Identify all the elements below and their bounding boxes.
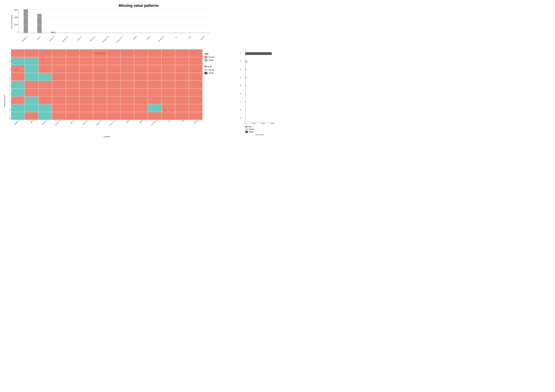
complete-cases-label: Complete Cases	[94, 52, 106, 54]
heatmap-cell	[25, 49, 38, 57]
top-bar-slot	[33, 9, 46, 33]
heatmap-y-label: 7	[9, 101, 10, 103]
heatmap-cell	[148, 49, 161, 57]
heatmap-cell	[25, 96, 38, 104]
heatmap-cell	[175, 49, 189, 57]
right-y-label: 4	[240, 77, 241, 79]
heatmap-y-label: 5	[9, 85, 10, 87]
right-bar-row	[245, 84, 274, 88]
heatmap-cell	[161, 57, 175, 65]
heatmap-cell	[120, 96, 134, 104]
heatmap-cell	[93, 112, 107, 120]
heatmap-cell	[11, 96, 25, 104]
heatmap-y-label: 2	[9, 60, 10, 62]
heatmap-cell	[120, 89, 134, 96]
heatmap-cell	[161, 65, 175, 73]
heatmap-cell	[134, 112, 148, 120]
heatmap-cell	[80, 49, 93, 57]
right-bar-row	[245, 60, 274, 63]
top-bar-slot	[169, 9, 182, 33]
right-bar-row	[245, 92, 274, 96]
heatmap-cell	[38, 57, 52, 65]
right-y-label: 7	[240, 101, 241, 103]
heatmap-cell	[189, 57, 203, 65]
heatmap-cell	[66, 57, 80, 65]
right-y-label: 8	[240, 109, 241, 111]
heatmap-cell	[80, 81, 93, 89]
right-y-label: 6	[240, 93, 241, 95]
heatmap-cell	[38, 112, 52, 120]
heatmap-cell	[134, 49, 148, 57]
top-bar-slot	[101, 9, 114, 33]
heatmap-cell	[52, 49, 66, 57]
heatmap-cell	[11, 57, 25, 65]
heatmap-cell	[25, 112, 38, 120]
heatmap-cell	[189, 65, 203, 73]
heatmap-cell	[189, 112, 203, 120]
top-y-tick-2000: 2000	[14, 16, 18, 18]
heatmap-cell	[11, 73, 25, 81]
right-x-tick: 4000	[261, 123, 265, 124]
heatmap-cell	[148, 89, 161, 96]
heatmap-y-label: 9	[9, 117, 10, 119]
heatmap-cell	[107, 57, 120, 65]
right-x-tick: 2000	[252, 123, 256, 124]
heatmap-cell	[80, 89, 93, 96]
top-bar	[187, 33, 191, 33]
heatmap-cell	[134, 81, 148, 89]
heatmap-cell	[107, 49, 120, 57]
heatmap-cell	[120, 57, 134, 65]
heatmap-cell	[52, 112, 66, 120]
heatmap-cell	[93, 65, 107, 73]
heatmap-cell	[161, 73, 175, 81]
heatmap-cell	[189, 81, 203, 89]
top-x-label-slot: Speaker.Job.Title	[19, 37, 32, 49]
right-x-title: row count	[245, 133, 274, 136]
heatmap-cell	[175, 96, 189, 104]
top-bar-slot	[141, 9, 155, 33]
heatmap-cell	[107, 96, 120, 104]
heatmap-cell	[80, 57, 93, 65]
heatmap-cell	[134, 73, 148, 81]
heatmap-cell	[93, 89, 107, 96]
heatmap-cell	[148, 104, 161, 112]
heatmap-y-label: 4	[9, 77, 10, 79]
top-bar-slot	[74, 9, 87, 33]
heatmap-cell	[175, 81, 189, 89]
top-bar-slot	[196, 9, 209, 33]
top-y-tick-0: 0	[17, 31, 18, 33]
heatmap-cell	[134, 57, 148, 65]
heatmap-cell	[11, 81, 25, 89]
heatmap-cell	[11, 89, 25, 96]
heatmap-cell	[52, 89, 66, 96]
right-x-tick: 0	[245, 123, 246, 124]
heatmap-cell	[120, 104, 134, 112]
heatmap-cell	[52, 96, 66, 104]
top-bar	[51, 32, 55, 33]
heatmap-y-title: missing pattern	[3, 49, 6, 138]
top-bar	[119, 33, 123, 33]
heatmap-cell	[148, 81, 161, 89]
heatmap-cell	[134, 89, 148, 96]
heatmap-cell	[148, 73, 161, 81]
heatmap-cell	[25, 81, 38, 89]
heatmap-cell	[175, 57, 189, 65]
heatmap-cell	[161, 89, 175, 96]
heatmap-y-label: 6	[9, 93, 10, 95]
heatmap-x-label-slot: Speaker.Job.Title	[11, 120, 25, 135]
heatmap-cell	[161, 104, 175, 112]
top-bar	[78, 33, 82, 33]
heatmap-cell	[134, 96, 148, 104]
right-y-label: 2	[240, 60, 241, 62]
top-bar	[65, 33, 69, 33]
heatmap-cell	[93, 81, 107, 89]
chart-title: Missing value patterns	[3, 3, 274, 8]
heatmap-cell	[189, 96, 203, 104]
right-bar-row	[245, 76, 274, 80]
heatmap-cell	[66, 49, 80, 57]
heatmap-cell	[93, 73, 107, 81]
heatmap-cell	[107, 81, 120, 89]
heatmap-cell	[175, 89, 189, 96]
heatmap-cell	[107, 65, 120, 73]
heatmap-x-label-slot: Label	[175, 120, 189, 135]
